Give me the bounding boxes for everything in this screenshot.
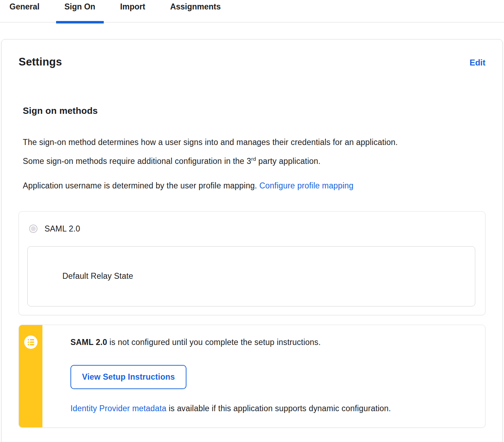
relay-state-box: Default Relay State	[27, 246, 475, 306]
saml-method-box: SAML 2.0 Default Relay State	[19, 211, 485, 315]
tab-sign-on[interactable]: Sign On	[56, 2, 104, 22]
view-setup-instructions-button[interactable]: View Setup Instructions	[70, 365, 186, 389]
description-text-part2: party application.	[256, 157, 320, 166]
description-text-part1: The sign-on method determines how a user…	[23, 138, 398, 166]
saml-radio-row: SAML 2.0	[29, 224, 475, 234]
settings-card: Settings Edit Sign on methods The sign-o…	[1, 39, 503, 442]
sign-on-methods-heading: Sign on methods	[23, 105, 485, 116]
tabs-bar: General Sign On Import Assignments	[0, 0, 504, 22]
saml-radio-label: SAML 2.0	[45, 224, 80, 234]
saml-radio-button[interactable]	[29, 225, 38, 233]
edit-link[interactable]: Edit	[470, 58, 485, 68]
tab-general[interactable]: General	[1, 2, 48, 22]
sign-on-description: The sign-on method determines how a user…	[23, 134, 421, 170]
callout-message-bold: SAML 2.0	[70, 338, 107, 347]
callout-message-rest: is not configured until you complete the…	[107, 338, 321, 347]
description-superscript: rd	[251, 156, 256, 162]
tab-import[interactable]: Import	[112, 2, 154, 22]
callout-body: SAML 2.0 is not configured until you com…	[42, 325, 485, 427]
page-title: Settings	[19, 56, 62, 68]
configure-profile-mapping-link[interactable]: Configure profile mapping	[259, 181, 353, 190]
setup-callout: SAML 2.0 is not configured until you com…	[19, 325, 485, 428]
settings-header: Settings Edit	[19, 56, 485, 68]
sign-on-methods-section: Sign on methods The sign-on method deter…	[23, 105, 485, 194]
metadata-note-rest: is available if this application support…	[166, 404, 391, 413]
username-note-text: Application username is determined by th…	[23, 181, 259, 190]
relay-state-label: Default Relay State	[62, 271, 133, 281]
identity-provider-metadata-link[interactable]: Identity Provider metadata	[70, 404, 166, 413]
callout-message: SAML 2.0 is not configured until you com…	[70, 336, 471, 348]
callout-accent-bar	[19, 325, 42, 427]
list-icon	[24, 336, 38, 350]
tab-assignments[interactable]: Assignments	[162, 2, 229, 22]
username-note: Application username is determined by th…	[23, 177, 450, 194]
metadata-note: Identity Provider metadata is available …	[70, 404, 471, 413]
